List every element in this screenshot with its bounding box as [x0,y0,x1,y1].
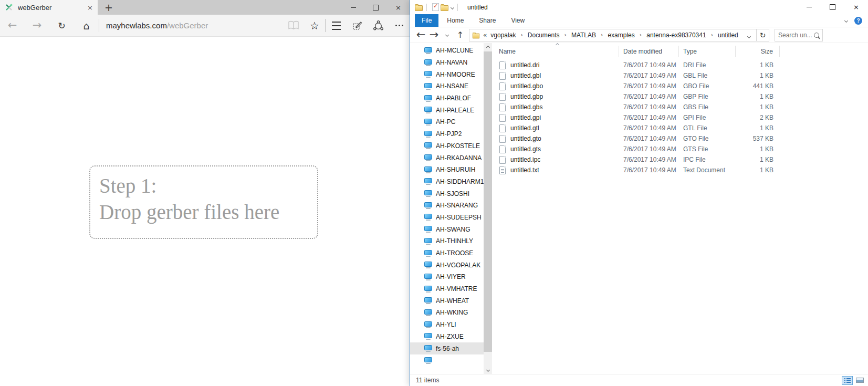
breadcrumb-separator-icon[interactable]: › [597,32,606,38]
scrollbar-thumb[interactable] [484,51,492,352]
file-row[interactable]: untitled.gbo 7/6/2017 10:49 AM GBO File … [492,81,868,91]
breadcrumb-item[interactable]: vgopalak › [489,32,526,39]
breadcrumb-label[interactable]: vgopalak [489,32,517,39]
browser-tab-webgerber[interactable]: webGerber × [0,0,98,15]
tree-item-computer[interactable]: fs-56-ah [410,342,484,354]
breadcrumb-overflow[interactable]: « [480,32,489,39]
breadcrumb-item[interactable]: antenna-ex98370341 › [645,32,717,39]
explorer-maximize-button[interactable] [821,0,844,14]
tree-item-computer[interactable]: AH-SHURUIH [410,164,484,176]
file-row[interactable]: untitled.gbs 7/6/2017 10:49 AM GBS File … [492,102,868,112]
recent-locations-chevron-icon[interactable] [441,27,454,43]
forward-button[interactable]: → [25,15,49,37]
more-actions-icon[interactable] [389,15,410,37]
file-name[interactable]: untitled.gbo [510,82,619,90]
reading-view-icon[interactable] [283,15,304,37]
ribbon-tab[interactable]: File [415,14,438,27]
browser-maximize-button[interactable] [364,0,387,15]
qat-properties-icon[interactable]: ✓ [432,3,439,11]
tree-item-computer[interactable]: AH-WHEAT [410,295,484,307]
column-header-type[interactable]: Type [679,46,736,57]
breadcrumb-label[interactable]: examples [606,32,635,39]
search-icon[interactable] [814,33,819,38]
explorer-address-bar[interactable]: « vgopalak › Documents › [469,29,757,41]
tree-item-computer[interactable]: AH-NAVAN [410,57,484,69]
browser-minimize-button[interactable] [342,0,364,15]
breadcrumb-label[interactable]: untitled [717,32,739,39]
tab-close-icon[interactable]: × [87,4,93,12]
tree-item-computer[interactable]: AH-VMHATRE [410,283,484,295]
ribbon-tab[interactable]: Home [440,14,470,27]
tree-item-computer[interactable]: AH-SUDEEPSH [410,212,484,224]
share-icon[interactable] [368,15,389,37]
column-header-name[interactable]: Name [492,46,619,57]
file-name[interactable]: untitled.gbp [510,93,619,100]
tree-item-partial[interactable] [410,354,484,367]
ribbon-tab[interactable]: Share [472,14,503,27]
hub-icon[interactable] [326,15,347,37]
tree-item-computer[interactable]: AH-NSANE [410,80,484,92]
file-name[interactable]: untitled.ipc [510,156,619,163]
file-row[interactable]: untitled.gbp 7/6/2017 10:49 AM GBP File … [492,91,868,102]
breadcrumb-item[interactable]: examples › [606,32,645,39]
tree-item-computer[interactable]: AH-RKADANNA [410,152,484,164]
tree-item-computer[interactable]: AH-VGOPALAK [410,259,484,271]
tree-item-computer[interactable]: AH-PKOSTELE [410,140,484,152]
address-bar[interactable]: mayhewlabs.com/webGerber [106,21,208,30]
tree-item-computer[interactable]: AH-WKING [410,307,484,319]
details-view-button[interactable] [842,376,853,385]
file-row[interactable]: untitled.gto 7/6/2017 10:49 AM GTO File … [492,133,868,144]
tree-item-computer[interactable]: AH-SNARANG [410,200,484,212]
new-tab-button[interactable]: + [98,0,120,15]
tree-item-computer[interactable]: AH-SWANG [410,223,484,235]
scroll-up-arrow-icon[interactable] [484,43,492,51]
tree-item-computer[interactable]: AH-VIYER [410,271,484,283]
file-name[interactable]: untitled.gtl [510,124,619,132]
file-name[interactable]: untitled.gbl [510,72,619,79]
column-header-date-modified[interactable]: Date modified [619,46,679,57]
file-row[interactable]: untitled.dri 7/6/2017 10:49 AM DRI File … [492,60,868,70]
breadcrumb-item[interactable]: Documents › [527,32,570,39]
explorer-minimize-button[interactable] [797,0,821,14]
tree-item-computer[interactable]: AH-PC [410,116,484,128]
file-row[interactable]: untitled.ipc 7/6/2017 10:49 AM IPC File … [492,154,868,165]
breadcrumb-label[interactable]: Documents [527,32,561,39]
breadcrumb-separator-icon[interactable]: › [561,32,570,38]
favorites-star-icon[interactable]: ☆ [304,15,325,37]
browser-close-button[interactable]: × [387,0,410,15]
file-row[interactable]: untitled.gtl 7/6/2017 10:49 AM GTL File … [492,123,868,133]
tree-item-computer[interactable]: AH-PABLOF [410,92,484,105]
file-name[interactable]: untitled.gbs [510,103,619,111]
file-row[interactable]: untitled.gpi 7/6/2017 10:49 AM GPI File … [492,112,868,123]
tree-item-computer[interactable]: AH-NMOORE [410,68,484,80]
tree-item-computer[interactable]: AH-MCLUNE [410,45,484,57]
qat-customize-chevron-icon[interactable] [451,6,454,9]
web-note-icon[interactable] [347,15,368,37]
tree-item-computer[interactable]: AH-PJP2 [410,128,484,140]
file-name[interactable]: untitled.gpi [510,114,619,121]
breadcrumb-label[interactable]: MATLAB [570,32,597,39]
file-row[interactable]: untitled.txt 7/6/2017 10:49 AM Text Docu… [492,165,868,175]
file-name[interactable]: untitled.dri [510,61,619,69]
gerber-dropzone[interactable]: Step 1: Drop gerber files here [89,165,318,239]
tree-item-computer[interactable]: AH-SJOSHI [410,187,484,200]
tree-item-computer[interactable]: AH-PALEALE [410,104,484,116]
breadcrumb-separator-icon[interactable]: › [707,32,717,38]
file-row[interactable]: untitled.gbl 7/6/2017 10:49 AM GBL File … [492,70,868,81]
breadcrumb-separator-icon[interactable]: › [636,32,645,38]
tree-item-computer[interactable]: AH-TROOSE [410,247,484,259]
ribbon-tab[interactable]: View [504,14,531,27]
file-row[interactable]: untitled.gts 7/6/2017 10:49 AM GTS File … [492,144,868,154]
nav-back-button[interactable]: ← [414,27,427,43]
large-icons-view-button[interactable] [855,376,866,385]
refresh-button[interactable]: ↻ [49,15,74,37]
tree-item-computer[interactable]: AH-THINHLY [410,235,484,247]
file-name[interactable]: untitled.gto [510,135,619,142]
breadcrumb-separator-icon[interactable]: › [517,32,526,38]
qat-new-folder-icon[interactable] [441,5,448,11]
up-one-level-button[interactable]: ↑ [454,27,467,43]
column-header-size[interactable]: Size [736,46,780,57]
scroll-down-arrow-icon[interactable] [484,366,492,374]
file-name[interactable]: untitled.gts [510,145,619,153]
address-dropdown-chevron-icon[interactable] [744,30,754,40]
